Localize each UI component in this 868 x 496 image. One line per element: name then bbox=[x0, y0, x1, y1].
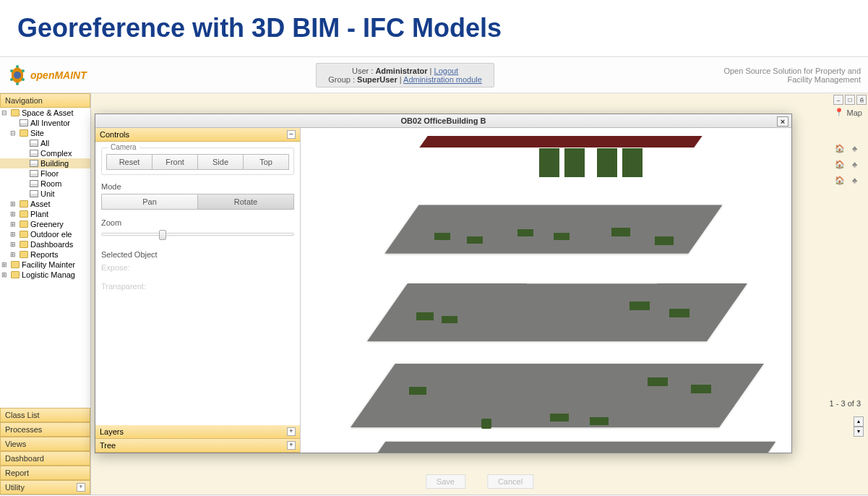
svg-point-1 bbox=[14, 72, 21, 79]
accordion-views[interactable]: Views bbox=[0, 437, 90, 451]
tree-node-plant[interactable]: ⊞Plant bbox=[0, 209, 90, 219]
tree-toggle-icon[interactable]: ⊞ bbox=[10, 210, 17, 218]
tree-node-site[interactable]: ⊟Site bbox=[0, 128, 90, 138]
group-label: Group : bbox=[328, 75, 355, 84]
tree-toggle-icon[interactable]: ⊟ bbox=[1, 109, 9, 116]
accordion-dashboard[interactable]: Dashboard bbox=[0, 451, 90, 466]
tree-node-unit[interactable]: Unit bbox=[0, 189, 90, 199]
tree-node-outdoor-ele[interactable]: ⊞Outdoor ele bbox=[0, 229, 90, 239]
modal-title: OB02 OfficeBuilding B bbox=[401, 116, 486, 125]
tree-node-asset[interactable]: ⊞Asset bbox=[0, 199, 90, 209]
collapse-icon[interactable]: – bbox=[287, 130, 296, 139]
tree-node-dashboards[interactable]: ⊞Dashboards bbox=[0, 239, 90, 249]
tree-node-all-inventor[interactable]: All Inventor bbox=[0, 118, 90, 128]
tree-toggle-icon[interactable]: ⊞ bbox=[1, 271, 9, 278]
modal-body: Controls – Camera ResetFrontSideTop Mode… bbox=[95, 128, 791, 453]
furniture bbox=[629, 302, 650, 310]
tree-label: Logistic Manag bbox=[22, 270, 75, 279]
top-button[interactable]: Top bbox=[244, 154, 289, 170]
tree-label: Greenery bbox=[30, 220, 64, 228]
furniture bbox=[590, 417, 609, 425]
page-title: Georeference with 3D BIM - IFC Models bbox=[17, 13, 851, 43]
form-buttons: Save Cancel bbox=[426, 474, 533, 489]
rotate-button[interactable]: Rotate bbox=[198, 194, 294, 210]
arrow-down-icon[interactable]: ▾ bbox=[854, 427, 864, 437]
svg-point-3 bbox=[22, 69, 25, 72]
tree-toggle-icon[interactable]: ⊞ bbox=[10, 221, 17, 228]
tree-label: Plant bbox=[30, 210, 48, 218]
tree-header[interactable]: Tree + bbox=[95, 439, 300, 453]
furniture bbox=[442, 316, 457, 323]
floor-slab bbox=[384, 205, 722, 253]
accordion-class-list[interactable]: Class List bbox=[0, 408, 90, 422]
app-header: openMAINT User : Administrator | Logout … bbox=[0, 57, 868, 93]
slider-thumb[interactable] bbox=[159, 230, 166, 240]
hierarchy-icon[interactable]: ♣ bbox=[852, 176, 862, 186]
tree-node-reports[interactable]: ⊞Reports bbox=[0, 249, 90, 260]
restore-icon[interactable]: □ bbox=[845, 95, 855, 105]
reset-button[interactable]: Reset bbox=[106, 154, 152, 170]
tree-node-greenery[interactable]: ⊞Greenery bbox=[0, 219, 90, 229]
logo-icon bbox=[7, 65, 27, 85]
folder-icon bbox=[20, 251, 28, 258]
tree-label: Facility Mainter bbox=[22, 260, 75, 269]
home-icon[interactable]: 🏠 bbox=[835, 144, 845, 154]
print-icon[interactable]: ⎙ bbox=[856, 95, 867, 105]
3d-viewer[interactable] bbox=[301, 128, 791, 453]
expand-icon[interactable]: + bbox=[287, 441, 296, 450]
grid-icon bbox=[20, 119, 28, 127]
accordion-utility[interactable]: Utility+ bbox=[0, 480, 90, 495]
save-button[interactable]: Save bbox=[426, 474, 465, 489]
tree-label: Space & Asset bbox=[22, 108, 74, 117]
hierarchy-icon[interactable]: ♣ bbox=[852, 160, 862, 170]
tree-node-complex[interactable]: Complex bbox=[0, 148, 90, 158]
home-icon[interactable]: 🏠 bbox=[835, 176, 845, 186]
tree-toggle-icon[interactable]: ⊞ bbox=[1, 261, 9, 268]
folder-icon bbox=[20, 221, 28, 228]
tagline: Open Source Solution for Property and Fa… bbox=[723, 67, 861, 84]
accordion-report[interactable]: Report bbox=[0, 466, 90, 480]
admin-module-link[interactable]: Administration module bbox=[403, 75, 482, 84]
folder-icon bbox=[11, 109, 20, 116]
pan-button[interactable]: Pan bbox=[101, 194, 198, 210]
nav-header[interactable]: Navigation bbox=[0, 93, 90, 108]
accordion-processes[interactable]: Processes bbox=[0, 422, 90, 437]
home-icon[interactable]: 🏠 bbox=[835, 160, 845, 170]
grid-icon bbox=[30, 150, 38, 157]
folder-icon bbox=[11, 271, 20, 278]
tree-toggle-icon[interactable]: ⊞ bbox=[10, 251, 17, 258]
logout-link[interactable]: Logout bbox=[434, 67, 459, 75]
map-button[interactable]: 📍 Map bbox=[834, 108, 862, 117]
svg-point-2 bbox=[16, 65, 19, 68]
tree-node-space-&-asset[interactable]: ⊟Space & Asset bbox=[0, 108, 90, 118]
cancel-button[interactable]: Cancel bbox=[487, 474, 533, 489]
group-name: SuperUser bbox=[357, 75, 398, 84]
folder-icon bbox=[11, 261, 20, 268]
tree-node-room[interactable]: Room bbox=[0, 179, 90, 189]
furniture bbox=[554, 233, 570, 240]
bim-viewer-modal: OB02 OfficeBuilding B × Controls – Camer… bbox=[95, 114, 792, 453]
zoom-slider[interactable] bbox=[101, 230, 294, 239]
page-title-bar: Georeference with 3D BIM - IFC Models bbox=[0, 0, 868, 57]
controls-header[interactable]: Controls – bbox=[95, 128, 300, 142]
tree-toggle-icon[interactable]: ⊞ bbox=[10, 231, 17, 238]
front-button[interactable]: Front bbox=[152, 154, 198, 170]
modal-titlebar[interactable]: OB02 OfficeBuilding B × bbox=[95, 114, 791, 128]
tree-toggle-icon[interactable]: ⊟ bbox=[10, 129, 17, 137]
tree-node-building[interactable]: Building bbox=[0, 158, 90, 168]
minimize-icon[interactable]: – bbox=[833, 95, 843, 105]
hierarchy-icon[interactable]: ♣ bbox=[852, 144, 862, 154]
tree-node-logistic-manag[interactable]: ⊞Logistic Manag bbox=[0, 270, 90, 280]
arrow-up-icon[interactable]: ▴ bbox=[854, 416, 864, 427]
side-button[interactable]: Side bbox=[198, 154, 244, 170]
tree-node-facility-mainter[interactable]: ⊞Facility Mainter bbox=[0, 260, 90, 270]
tree-node-floor[interactable]: Floor bbox=[0, 168, 90, 179]
tree-toggle-icon[interactable]: ⊞ bbox=[10, 241, 17, 248]
tree-node-all[interactable]: All bbox=[0, 138, 90, 148]
interior-wall bbox=[512, 346, 668, 362]
layers-header[interactable]: Layers + bbox=[95, 425, 300, 439]
tree-toggle-icon[interactable]: ⊞ bbox=[10, 200, 17, 208]
expand-icon[interactable]: + bbox=[287, 427, 296, 436]
expand-icon[interactable]: + bbox=[77, 483, 85, 492]
close-icon[interactable]: × bbox=[777, 116, 788, 127]
